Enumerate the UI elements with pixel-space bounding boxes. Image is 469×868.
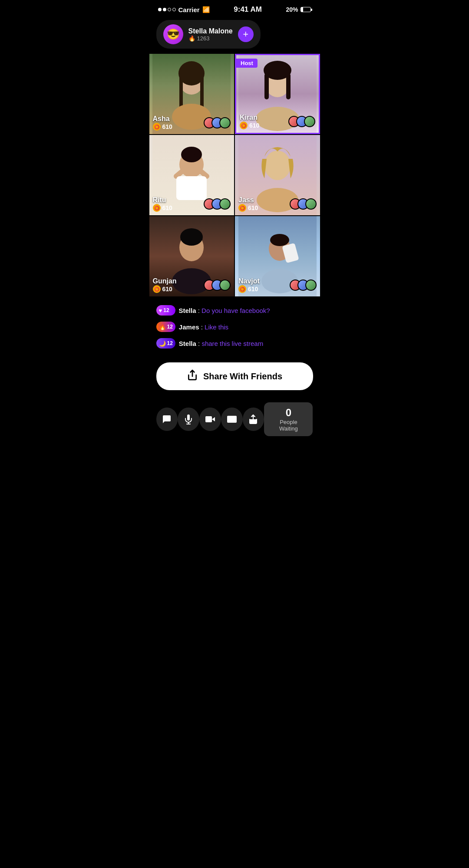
status-right: 20%	[286, 6, 311, 13]
chat-badge-2: 🌙 12	[156, 338, 175, 349]
coin-icon-ritu: ⭕	[153, 204, 161, 212]
cell-footer-asha: Asha ⭕ 610	[153, 115, 231, 131]
video-cell-asha[interactable]: Asha ⭕ 610	[149, 54, 234, 134]
cell-name-gunjan: Gunjan	[153, 277, 177, 285]
chat-link-0: Do you have facebook?	[201, 307, 270, 314]
chat-message-0: ♥ 12 Stella : Do you have facebook?	[156, 305, 313, 316]
host-info: Stella Malone 🔥 1263	[188, 27, 233, 42]
wifi-icon: 📶	[202, 6, 210, 13]
svg-point-19	[264, 151, 291, 180]
people-waiting-label: People Waiting	[271, 419, 306, 432]
carrier-label: Carrier	[178, 6, 200, 13]
svg-rect-4	[200, 76, 204, 110]
svg-rect-10	[286, 73, 291, 99]
chat-badge-0: ♥ 12	[156, 305, 175, 316]
chat-sep-1: :	[201, 323, 205, 331]
share-btn-label: Share With Friends	[203, 372, 282, 381]
svg-rect-34	[227, 416, 237, 423]
badge-num-1: 12	[167, 324, 173, 330]
mini-avatar-k3	[304, 116, 315, 127]
host-name: Stella Malone	[188, 27, 233, 35]
chat-username-2: Stella	[179, 340, 196, 347]
cell-avatars-asha	[204, 117, 231, 128]
chat-message-1: 🔥 12 James : Like this	[156, 322, 313, 332]
battery-fill	[301, 7, 303, 12]
cell-coins-navjot: ⭕ 610	[238, 285, 260, 293]
dot-1	[158, 8, 162, 11]
add-button[interactable]: +	[238, 26, 254, 42]
cell-avatars-kiran	[288, 116, 315, 127]
cell-name-kiran: Kiran	[240, 114, 259, 122]
svg-rect-3	[179, 76, 183, 110]
fire-number: 1263	[197, 35, 210, 42]
fire-icon: 🔥	[188, 35, 195, 42]
mini-avatar-j3	[305, 198, 317, 210]
bottom-bar: 0 People Waiting	[149, 397, 320, 445]
status-left: Carrier 📶	[158, 6, 210, 13]
chat-message-2: 🌙 12 Stella : share this live stream	[156, 338, 313, 349]
video-cell-ritu[interactable]: Ritu ⭕ 610	[149, 135, 234, 215]
dot-4	[172, 8, 176, 11]
wallet-button[interactable]	[221, 408, 243, 431]
share-button[interactable]	[243, 408, 264, 431]
badge-num-2: 12	[167, 340, 173, 346]
svg-rect-33	[205, 416, 212, 422]
coin-icon-kiran: ⭕	[240, 122, 248, 129]
cell-coins-asha: ⭕ 610	[153, 123, 172, 131]
chat-link-1: Like this	[205, 323, 228, 331]
video-grid: Asha ⭕ 610	[149, 54, 320, 296]
video-cell-kiran[interactable]: Host Kiran ⭕ 610	[235, 54, 320, 134]
chat-sep-0: :	[198, 307, 201, 314]
chat-username-1: James	[179, 323, 199, 331]
status-bar: Carrier 📶 9:41 AM 20%	[149, 0, 320, 16]
share-with-friends-button[interactable]: Share With Friends	[156, 362, 313, 390]
cell-avatars-navjot	[290, 279, 317, 291]
cell-coins-ritu: ⭕ 610	[153, 204, 172, 212]
chat-text-0: Stella : Do you have facebook?	[179, 307, 270, 314]
cell-footer-jass: Jass ⭕ 610	[238, 196, 317, 212]
svg-rect-9	[264, 73, 269, 99]
coin-icon: ⭕	[153, 123, 161, 131]
heart-icon: ♥	[159, 307, 162, 314]
cell-footer-navjot: Navjot ⭕ 610	[238, 277, 317, 293]
mini-avatar-r3	[219, 198, 231, 210]
fire-badge-icon: 🔥	[159, 324, 166, 330]
chat-section: ♥ 12 Stella : Do you have facebook? 🔥 12…	[149, 301, 320, 359]
cell-footer-kiran: Kiran ⭕ 610	[240, 114, 315, 129]
share-section: Share With Friends	[149, 359, 320, 397]
chat-link-2: share this live stream	[201, 340, 263, 347]
camera-button[interactable]	[199, 408, 221, 431]
coin-icon-jass: ⭕	[238, 204, 246, 212]
mini-avatar-3	[219, 117, 231, 128]
host-badge: Host	[236, 59, 258, 68]
microphone-button[interactable]	[178, 408, 199, 431]
chat-text-1: James : Like this	[179, 323, 228, 331]
chat-username-0: Stella	[179, 307, 196, 314]
people-count: 0	[271, 407, 306, 419]
chat-button[interactable]	[156, 408, 178, 431]
badge-num-0: 12	[163, 307, 169, 313]
cell-name-navjot: Navjot	[238, 277, 260, 285]
people-waiting-panel: 0 People Waiting	[264, 402, 313, 436]
cell-coins-jass: ⭕ 610	[238, 204, 258, 212]
video-cell-jass[interactable]: Jass ⭕ 610	[235, 135, 320, 215]
time-display: 9:41 AM	[234, 5, 262, 14]
share-icon	[187, 369, 198, 383]
cell-avatars-jass	[290, 198, 317, 210]
cell-name-asha: Asha	[153, 115, 172, 123]
svg-point-27	[270, 234, 289, 246]
cell-name-jass: Jass	[238, 196, 258, 204]
dot-2	[163, 8, 166, 11]
mini-avatar-g3	[219, 279, 231, 291]
signal-dots	[158, 8, 176, 11]
coin-icon-navjot: ⭕	[238, 285, 246, 293]
battery-icon	[301, 7, 311, 12]
battery-percent: 20%	[286, 6, 298, 13]
host-card: 😎 Stella Malone 🔥 1263 +	[156, 20, 261, 49]
host-avatar: 😎	[163, 24, 183, 44]
moon-badge-icon: 🌙	[159, 340, 166, 347]
cell-coins-kiran: ⭕ 610	[240, 122, 259, 129]
video-cell-navjot[interactable]: Navjot ⭕ 610	[235, 216, 320, 296]
cell-coins-gunjan: ⭕ 610	[153, 285, 177, 293]
video-cell-gunjan[interactable]: Gunjan ⭕ 610	[149, 216, 234, 296]
